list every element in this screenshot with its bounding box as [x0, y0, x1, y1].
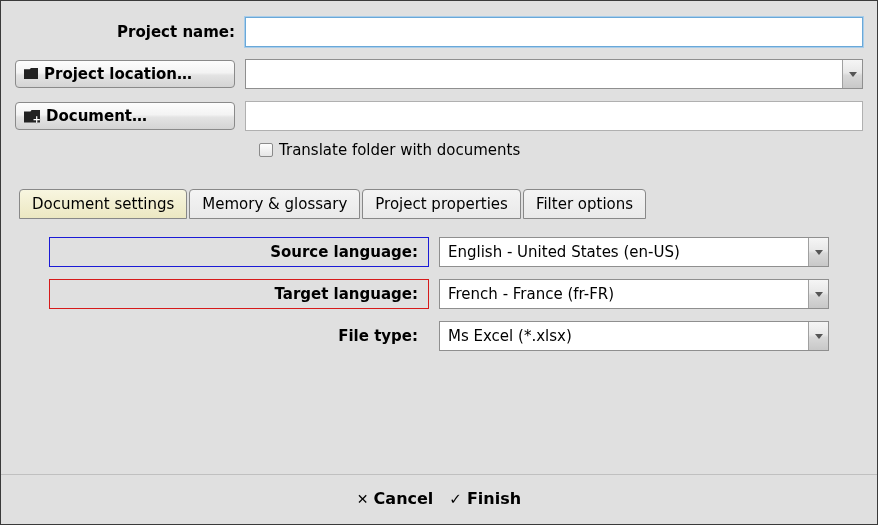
- file-type-value: Ms Excel (*.xlsx): [440, 322, 808, 350]
- finish-label: Finish: [467, 489, 521, 508]
- document-settings-panel: Source language: English - United States…: [15, 237, 863, 351]
- tab-project-properties[interactable]: Project properties: [362, 189, 521, 219]
- project-location-value: [246, 60, 842, 88]
- target-language-value: French - France (fr-FR): [440, 280, 808, 308]
- row-source-language: Source language: English - United States…: [49, 237, 829, 267]
- tab-filter-options[interactable]: Filter options: [523, 189, 646, 219]
- project-name-label: Project name:: [15, 23, 245, 41]
- folder-plus-icon: [24, 110, 40, 123]
- project-location-combo[interactable]: [245, 59, 863, 89]
- source-language-value: English - United States (en-US): [440, 238, 808, 266]
- translate-folder-row: Translate folder with documents: [259, 141, 863, 159]
- document-button-label: Document…: [46, 107, 147, 125]
- chevron-down-icon: [849, 72, 857, 77]
- chevron-down-icon: [815, 334, 823, 339]
- file-type-dropdown-button[interactable]: [808, 322, 828, 350]
- translate-folder-label: Translate folder with documents: [279, 141, 520, 159]
- tabs: Document settings Memory & glossary Proj…: [15, 189, 863, 219]
- tab-memory-glossary[interactable]: Memory & glossary: [189, 189, 360, 219]
- row-project-name: Project name:: [15, 17, 863, 47]
- file-type-combo[interactable]: Ms Excel (*.xlsx): [439, 321, 829, 351]
- project-location-button[interactable]: Project location…: [15, 60, 235, 88]
- finish-button[interactable]: Finish: [449, 489, 521, 508]
- translate-folder-checkbox[interactable]: [259, 143, 273, 157]
- check-icon: [449, 489, 462, 508]
- chevron-down-icon: [815, 292, 823, 297]
- source-language-dropdown-button[interactable]: [808, 238, 828, 266]
- row-file-type: File type: Ms Excel (*.xlsx): [49, 321, 829, 351]
- row-target-language: Target language: French - France (fr-FR): [49, 279, 829, 309]
- cancel-label: Cancel: [374, 489, 434, 508]
- close-icon: [357, 489, 369, 508]
- target-language-combo[interactable]: French - France (fr-FR): [439, 279, 829, 309]
- file-type-label: File type:: [49, 321, 429, 351]
- row-document: Document…: [15, 101, 863, 131]
- target-language-dropdown-button[interactable]: [808, 280, 828, 308]
- project-location-dropdown-button[interactable]: [842, 60, 862, 88]
- source-language-label: Source language:: [49, 237, 429, 267]
- cancel-button[interactable]: Cancel: [357, 489, 433, 508]
- project-name-input[interactable]: [245, 17, 863, 47]
- row-project-location: Project location…: [15, 59, 863, 89]
- form-area: Project name: Project location… Docum: [1, 1, 877, 363]
- document-button[interactable]: Document…: [15, 102, 235, 130]
- document-input[interactable]: [245, 101, 863, 131]
- chevron-down-icon: [815, 250, 823, 255]
- source-language-combo[interactable]: English - United States (en-US): [439, 237, 829, 267]
- tab-document-settings[interactable]: Document settings: [19, 189, 187, 219]
- footer: Cancel Finish: [1, 474, 877, 524]
- project-location-button-label: Project location…: [44, 65, 192, 83]
- folder-icon: [24, 65, 40, 83]
- target-language-label: Target language:: [49, 279, 429, 309]
